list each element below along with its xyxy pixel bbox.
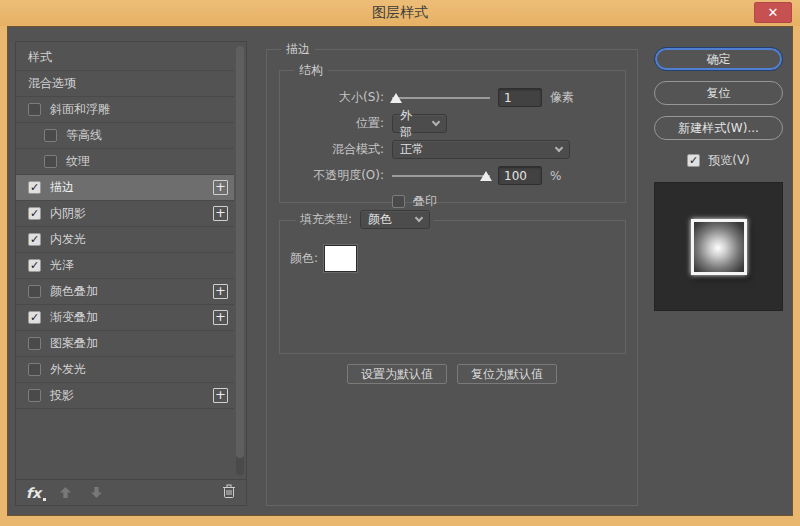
fill-type-label: 填充类型: bbox=[300, 211, 352, 228]
sidebar-item-label: 混合选项 bbox=[28, 75, 76, 92]
preview-checkbox[interactable]: ✓ bbox=[687, 154, 700, 167]
dialog-body: 样式混合选项斜面和浮雕等高线纹理✓描边+✓内阴影+✓内发光✓光泽颜色叠加+✓渐变… bbox=[7, 26, 793, 516]
stroke-color-swatch[interactable] bbox=[324, 245, 357, 272]
sidebar-bottom-bar: fx bbox=[16, 479, 246, 505]
sidebar-item-drop-shadow[interactable]: 投影+ bbox=[16, 383, 234, 409]
blend-mode-row: 混合模式: 正常 bbox=[280, 137, 625, 162]
sidebar-item-label: 光泽 bbox=[50, 257, 74, 274]
structure-group-title: 结构 bbox=[294, 62, 328, 79]
sidebar-item-texture[interactable]: 纹理 bbox=[16, 149, 234, 175]
sidebar-item-gradient-overlay[interactable]: ✓渐变叠加+ bbox=[16, 305, 234, 331]
unchecked-checkbox[interactable] bbox=[44, 155, 57, 168]
blend-mode-label: 混合模式: bbox=[288, 141, 384, 158]
sidebar-list: 样式混合选项斜面和浮雕等高线纹理✓描边+✓内阴影+✓内发光✓光泽颜色叠加+✓渐变… bbox=[16, 45, 234, 409]
close-button[interactable]: ✕ bbox=[754, 2, 792, 23]
opacity-slider-thumb[interactable] bbox=[480, 171, 492, 181]
sidebar-item-styles[interactable]: 样式 bbox=[16, 45, 234, 71]
sidebar-item-inner-glow[interactable]: ✓内发光 bbox=[16, 227, 234, 253]
position-row: 位置: 外部 bbox=[280, 111, 625, 136]
style-preview-thumbnail bbox=[654, 182, 783, 311]
size-slider-thumb[interactable] bbox=[390, 93, 402, 103]
checked-checkbox[interactable]: ✓ bbox=[28, 233, 41, 246]
preview-label: 预览(V) bbox=[708, 152, 750, 169]
checked-checkbox[interactable]: ✓ bbox=[28, 181, 41, 194]
style-preview-sample bbox=[691, 219, 747, 275]
position-label: 位置: bbox=[288, 115, 384, 132]
size-slider[interactable] bbox=[392, 92, 490, 104]
plus-icon[interactable]: + bbox=[213, 388, 228, 403]
chevron-down-icon bbox=[555, 144, 563, 152]
size-row: 大小(S): 像素 bbox=[280, 85, 625, 110]
new-style-button[interactable]: 新建样式(W)... bbox=[654, 116, 783, 140]
sidebar-item-label: 纹理 bbox=[66, 153, 90, 170]
reset-button[interactable]: 复位 bbox=[654, 81, 783, 105]
sidebar-item-label: 等高线 bbox=[66, 127, 102, 144]
unchecked-checkbox[interactable] bbox=[28, 337, 41, 350]
sidebar-item-label: 斜面和浮雕 bbox=[50, 101, 110, 118]
sidebar-item-blending-options[interactable]: 混合选项 bbox=[16, 71, 234, 97]
window-title: 图层样式 bbox=[372, 4, 428, 22]
opacity-input[interactable] bbox=[498, 166, 542, 185]
opacity-row: 不透明度(O): % bbox=[280, 163, 625, 188]
checked-checkbox[interactable]: ✓ bbox=[28, 259, 41, 272]
sidebar-item-label: 样式 bbox=[28, 49, 52, 66]
size-input[interactable] bbox=[498, 88, 542, 107]
checked-checkbox[interactable]: ✓ bbox=[28, 311, 41, 324]
sidebar-item-pattern-overlay[interactable]: 图案叠加 bbox=[16, 331, 234, 357]
sidebar-item-label: 投影 bbox=[50, 387, 74, 404]
sidebar-item-label: 图案叠加 bbox=[50, 335, 98, 352]
plus-icon[interactable]: + bbox=[213, 310, 228, 325]
reset-default-button[interactable]: 复位为默认值 bbox=[457, 364, 557, 384]
sidebar-item-label: 外发光 bbox=[50, 361, 86, 378]
size-label: 大小(S): bbox=[288, 89, 384, 106]
plus-icon[interactable]: + bbox=[213, 284, 228, 299]
ok-button[interactable]: 确定 bbox=[654, 47, 783, 71]
checked-checkbox[interactable]: ✓ bbox=[28, 207, 41, 220]
move-down-icon[interactable] bbox=[90, 486, 103, 499]
scrollbar-thumb[interactable] bbox=[236, 46, 244, 458]
sidebar-item-label: 颜色叠加 bbox=[50, 283, 98, 300]
unchecked-checkbox[interactable] bbox=[28, 389, 41, 402]
trash-icon[interactable] bbox=[222, 484, 236, 502]
action-column: 确定 复位 新建样式(W)... ✓ 预览(V) bbox=[654, 47, 783, 311]
plus-icon[interactable]: + bbox=[213, 206, 228, 221]
color-row: 颜色: bbox=[290, 245, 357, 272]
close-icon: ✕ bbox=[768, 5, 779, 20]
make-default-button[interactable]: 设置为默认值 bbox=[347, 364, 447, 384]
plus-icon[interactable]: + bbox=[213, 180, 228, 195]
color-label: 颜色: bbox=[290, 250, 318, 267]
chevron-down-icon bbox=[432, 118, 440, 126]
sidebar-item-outer-glow[interactable]: 外发光 bbox=[16, 357, 234, 383]
blend-mode-select[interactable]: 正常 bbox=[392, 140, 570, 159]
sidebar-item-label: 内阴影 bbox=[50, 205, 86, 222]
overprint-label: 叠印 bbox=[413, 193, 437, 210]
unchecked-checkbox[interactable] bbox=[44, 129, 57, 142]
chevron-down-icon bbox=[415, 214, 423, 222]
opacity-slider[interactable] bbox=[392, 170, 490, 182]
position-select[interactable]: 外部 bbox=[392, 114, 447, 133]
sidebar-item-contour[interactable]: 等高线 bbox=[16, 123, 234, 149]
opacity-label: 不透明度(O): bbox=[288, 167, 384, 184]
move-up-icon[interactable] bbox=[59, 486, 72, 499]
preview-row: ✓ 预览(V) bbox=[654, 152, 783, 169]
sidebar-item-label: 渐变叠加 bbox=[50, 309, 98, 326]
sidebar-item-inner-shadow[interactable]: ✓内阴影+ bbox=[16, 201, 234, 227]
sidebar-item-satin[interactable]: ✓光泽 bbox=[16, 253, 234, 279]
sidebar-item-label: 内发光 bbox=[50, 231, 86, 248]
sidebar-item-bevel-emboss[interactable]: 斜面和浮雕 bbox=[16, 97, 234, 123]
fill-type-select[interactable]: 颜色 bbox=[360, 210, 430, 229]
panel-title: 描边 bbox=[281, 41, 315, 58]
overprint-checkbox[interactable] bbox=[392, 195, 405, 208]
unchecked-checkbox[interactable] bbox=[28, 363, 41, 376]
unchecked-checkbox[interactable] bbox=[28, 103, 41, 116]
opacity-unit: % bbox=[550, 169, 561, 183]
sidebar-item-stroke[interactable]: ✓描边+ bbox=[16, 175, 234, 201]
sidebar-item-label: 描边 bbox=[50, 179, 74, 196]
fill-type-group: 填充类型: 颜色 颜色: bbox=[279, 220, 626, 354]
sidebar-item-color-overlay[interactable]: 颜色叠加+ bbox=[16, 279, 234, 305]
style-list-sidebar: 样式混合选项斜面和浮雕等高线纹理✓描边+✓内阴影+✓内发光✓光泽颜色叠加+✓渐变… bbox=[15, 41, 247, 506]
unchecked-checkbox[interactable] bbox=[28, 285, 41, 298]
stroke-panel: 描边 结构 大小(S): 像素 位置: 外部 bbox=[266, 49, 638, 506]
fx-icon[interactable]: fx bbox=[26, 485, 41, 501]
sidebar-scrollbar[interactable] bbox=[236, 46, 244, 475]
